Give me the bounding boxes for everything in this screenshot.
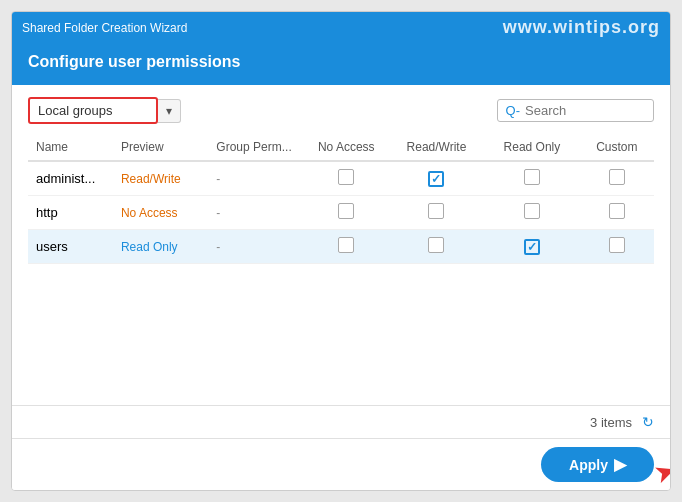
cell-readwrite[interactable]	[389, 230, 484, 264]
refresh-icon[interactable]: ↻	[642, 414, 654, 430]
cell-noaccess[interactable]	[304, 230, 389, 264]
page-header: Configure user permissions	[12, 43, 670, 85]
table-header-row: Name Preview Group Perm... No Access Rea…	[28, 134, 654, 161]
cell-groupperm: -	[208, 161, 303, 196]
col-name: Name	[28, 134, 113, 161]
footer-bar: 3 items ↻	[12, 405, 670, 438]
cell-name: administ...	[28, 161, 113, 196]
cell-readwrite[interactable]	[389, 196, 484, 230]
apply-button[interactable]: Apply ▶	[541, 447, 654, 482]
search-icon: Q-	[506, 103, 520, 118]
col-readonly: Read Only	[484, 134, 579, 161]
cell-name: users	[28, 230, 113, 264]
red-arrow-icon: ➤	[649, 454, 671, 491]
title-bar: Shared Folder Creation Wizard www.wintip…	[12, 12, 670, 43]
cell-readonly[interactable]	[484, 196, 579, 230]
table-row: usersRead Only-	[28, 230, 654, 264]
main-content: Local groups ▾ Q- Name Preview Group Per…	[12, 85, 670, 405]
cell-custom[interactable]	[580, 230, 654, 264]
search-wrapper: Q-	[497, 99, 654, 122]
search-input[interactable]	[525, 103, 645, 118]
bottom-bar: Apply ▶ ➤	[12, 438, 670, 490]
dropdown-wrapper: Local groups ▾	[28, 97, 181, 124]
cell-groupperm: -	[208, 196, 303, 230]
cell-groupperm: -	[208, 230, 303, 264]
toolbar: Local groups ▾ Q-	[28, 97, 654, 124]
items-count: 3 items	[590, 415, 632, 430]
cell-readonly[interactable]	[484, 161, 579, 196]
cell-noaccess[interactable]	[304, 196, 389, 230]
apply-arrow-icon: ▶	[614, 455, 626, 474]
col-preview: Preview	[113, 134, 208, 161]
cell-preview[interactable]: Read/Write	[113, 161, 208, 196]
col-groupperm: Group Perm...	[208, 134, 303, 161]
table-row: administ...Read/Write-	[28, 161, 654, 196]
cell-readwrite[interactable]	[389, 161, 484, 196]
page-title: Configure user permissions	[28, 53, 241, 70]
cell-custom[interactable]	[580, 161, 654, 196]
apply-label: Apply	[569, 457, 608, 473]
dropdown-arrow-btn[interactable]: ▾	[158, 99, 181, 123]
table-row: httpNo Access-	[28, 196, 654, 230]
col-custom: Custom	[580, 134, 654, 161]
col-noaccess: No Access	[304, 134, 389, 161]
cell-name: http	[28, 196, 113, 230]
window-title: Shared Folder Creation Wizard	[22, 21, 187, 35]
cell-preview[interactable]: No Access	[113, 196, 208, 230]
permissions-table: Name Preview Group Perm... No Access Rea…	[28, 134, 654, 264]
col-readwrite: Read/Write	[389, 134, 484, 161]
wizard-window: Shared Folder Creation Wizard www.wintip…	[11, 11, 671, 491]
permissions-table-area: Name Preview Group Perm... No Access Rea…	[28, 134, 654, 393]
cell-noaccess[interactable]	[304, 161, 389, 196]
cell-readonly[interactable]	[484, 230, 579, 264]
cell-custom[interactable]	[580, 196, 654, 230]
watermark: www.wintips.org	[503, 17, 660, 38]
local-groups-dropdown[interactable]: Local groups	[28, 97, 158, 124]
cell-preview[interactable]: Read Only	[113, 230, 208, 264]
